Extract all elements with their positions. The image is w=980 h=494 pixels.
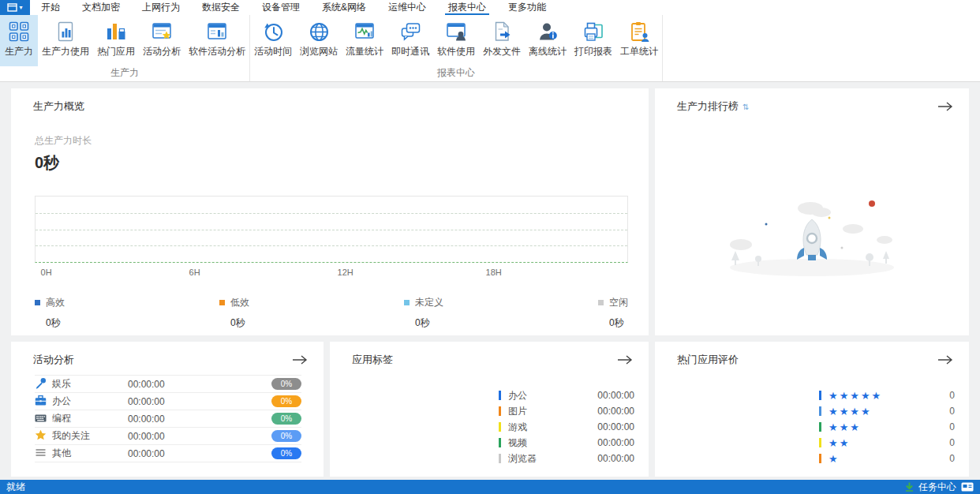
user-info-icon <box>537 21 559 43</box>
tag-legend-list: 办公 00:00:00 图片 00:00:00 游戏 00:00:00 <box>499 387 634 466</box>
tool-label: 即时通讯 <box>391 45 429 58</box>
legend-item-undefined: 未定义 0秒 <box>404 296 443 330</box>
tag-time: 00:00:00 <box>597 437 634 448</box>
panel-productivity-ranking: 生产力排行榜 ⇅ <box>655 88 969 335</box>
percent-badge: 0% <box>271 447 301 459</box>
task-center-button[interactable]: 任务中心 <box>905 481 974 494</box>
tool-activity-time[interactable]: 活动时间 <box>250 15 296 66</box>
tool-productivity[interactable]: 生产力 <box>0 15 38 66</box>
app-window: ▾ 开始 文档加密 上网行为 数据安全 设备管理 系统&网络 运维中心 报表中心… <box>0 0 980 494</box>
activity-label: 办公 <box>52 395 128 408</box>
legend-item-inefficient: 低效 0秒 <box>219 296 249 330</box>
list-icon <box>35 447 52 461</box>
rating-count: 0 <box>949 406 955 417</box>
activity-time: 00:00:00 <box>128 396 271 407</box>
ratings-detail-arrow-icon[interactable] <box>937 354 953 365</box>
activity-label: 其他 <box>52 447 128 460</box>
rating-row-3-stars[interactable]: ★★★ 0 <box>819 419 955 435</box>
group-label-productivity: 生产力 <box>0 66 249 81</box>
tags-chart-placeholder <box>330 387 499 466</box>
tag-row-games[interactable]: 游戏 00:00:00 <box>499 419 634 435</box>
tool-productivity-usage[interactable]: 生产力使用 <box>38 15 93 66</box>
tool-popular-apps[interactable]: 热门应用 <box>93 15 139 66</box>
tool-instant-messaging[interactable]: 即时通讯 <box>387 15 433 66</box>
rating-count: 0 <box>949 453 955 464</box>
bar-chart-icon <box>105 21 127 43</box>
activity-row-programming[interactable]: 编程 00:00:00 0% <box>35 410 301 428</box>
tool-offline-stats[interactable]: 离线统计 <box>525 15 570 66</box>
tool-software-usage[interactable]: 软件使用 <box>433 15 479 66</box>
tool-traffic-stats[interactable]: 流量统计 <box>342 15 387 66</box>
tab-ops-center[interactable]: 运维中心 <box>377 0 437 15</box>
activity-row-other[interactable]: 其他 00:00:00 0% <box>35 445 301 462</box>
chart-gridline <box>36 230 627 230</box>
ribbon-toolbar: 生产力 生产力使用 <box>0 15 980 82</box>
doc-chart-icon <box>54 21 77 43</box>
tool-print-report[interactable]: 打印报表 <box>570 15 616 66</box>
app-tags-detail-arrow-icon[interactable] <box>617 354 633 365</box>
history-clock-icon <box>262 21 284 43</box>
monitor-icon[interactable] <box>961 482 974 492</box>
keyboard-icon <box>35 412 52 426</box>
legend-value: 0秒 <box>230 316 249 330</box>
ranking-detail-arrow-icon[interactable] <box>937 101 953 112</box>
tab-document-encryption[interactable]: 文档加密 <box>71 0 131 15</box>
tab-report-center[interactable]: 报表中心 <box>437 0 497 15</box>
briefcase-icon <box>35 395 52 409</box>
activity-detail-arrow-icon[interactable] <box>292 354 308 365</box>
ribbon-tab-bar: ▾ 开始 文档加密 上网行为 数据安全 设备管理 系统&网络 运维中心 报表中心… <box>0 0 980 15</box>
legend-value: 0秒 <box>46 316 65 330</box>
tab-data-security[interactable]: 数据安全 <box>191 0 251 15</box>
panel-title: 热门应用评价 <box>677 353 739 367</box>
sort-icon[interactable]: ⇅ <box>742 103 749 111</box>
tool-label: 热门应用 <box>97 45 135 58</box>
rating-count: 0 <box>949 390 955 401</box>
tag-row-pictures[interactable]: 图片 00:00:00 <box>499 403 634 419</box>
tag-color-bar <box>499 422 501 432</box>
window-star-icon <box>151 21 173 43</box>
rating-row-2-stars[interactable]: ★★ 0 <box>819 435 955 451</box>
clipboard-user-icon <box>628 21 650 43</box>
app-menu-button[interactable]: ▾ <box>0 0 30 15</box>
chart-legend: 高效 0秒 低效 0秒 未定义 0秒 空闲 0秒 <box>35 296 628 330</box>
tab-web-behavior[interactable]: 上网行为 <box>131 0 191 15</box>
x-tick: 12H <box>338 268 353 277</box>
tag-label: 游戏 <box>508 421 590 434</box>
globe-icon <box>308 21 330 43</box>
stars-icon: ★ <box>829 454 942 464</box>
tool-outgoing-files[interactable]: 外发文件 <box>479 15 525 66</box>
tab-system-network[interactable]: 系统&网络 <box>311 0 377 15</box>
rating-count: 0 <box>949 421 955 432</box>
legend-item-idle: 空闲 0秒 <box>598 296 628 330</box>
rating-row-1-star[interactable]: ★ 0 <box>819 451 955 466</box>
tool-activity-analysis[interactable]: 活动分析 <box>139 15 185 66</box>
activity-row-my-focus[interactable]: 我的关注 00:00:00 0% <box>35 428 301 445</box>
rating-row-4-stars[interactable]: ★★★★ 0 <box>819 403 955 419</box>
star-icon <box>35 429 52 443</box>
activity-row-entertainment[interactable]: 娱乐 00:00:00 0% <box>35 376 301 393</box>
tag-row-office[interactable]: 办公 00:00:00 <box>499 387 634 403</box>
chart-gridline <box>36 213 627 214</box>
tag-label: 图片 <box>508 405 590 418</box>
tag-row-browser[interactable]: 浏览器 00:00:00 <box>499 451 634 466</box>
tag-row-video[interactable]: 视频 00:00:00 <box>499 435 634 451</box>
tab-device-management[interactable]: 设备管理 <box>251 0 311 15</box>
file-send-icon <box>491 21 513 43</box>
tag-color-bar <box>499 454 501 463</box>
rating-color-bar <box>819 406 821 416</box>
activity-row-office[interactable]: 办公 00:00:00 0% <box>35 393 301 410</box>
rating-row-5-stars[interactable]: ★★★★★ 0 <box>819 387 955 403</box>
tool-software-activity-analysis[interactable]: 软件活动分析 <box>185 15 249 66</box>
legend-label: 未定义 <box>415 296 443 309</box>
tag-color-bar <box>499 406 501 416</box>
legend-label: 低效 <box>230 296 249 309</box>
legend-swatch <box>598 300 604 305</box>
tool-browsed-websites[interactable]: 浏览网站 <box>296 15 342 66</box>
rating-color-bar <box>819 391 821 400</box>
panel-popular-app-ratings: 热门应用评价 ★★★★★ 0 <box>655 342 969 477</box>
rating-color-bar <box>819 438 821 447</box>
tool-work-order-stats[interactable]: 工单统计 <box>616 15 662 66</box>
tab-more-features[interactable]: 更多功能 <box>497 0 557 15</box>
x-tick: 0H <box>41 268 52 277</box>
tab-home[interactable]: 开始 <box>30 0 71 15</box>
